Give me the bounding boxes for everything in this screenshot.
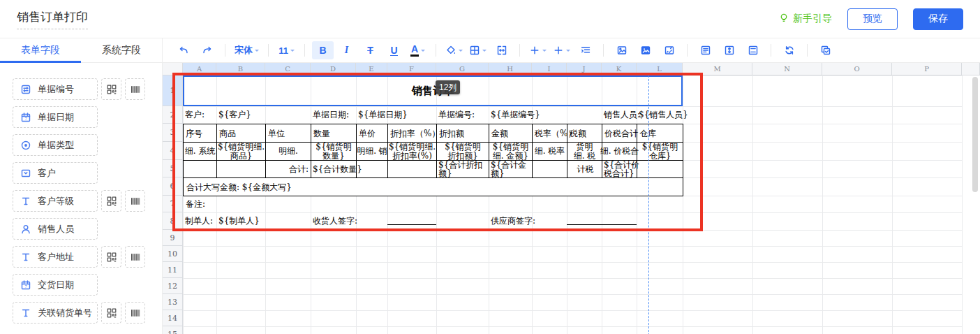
row-header-15[interactable]: 15: [163, 326, 183, 334]
refresh-button[interactable]: [778, 41, 800, 59]
field-label: 关联销货单号: [38, 307, 92, 319]
column-count-tooltip: 12列: [436, 80, 460, 94]
field-单据日期[interactable]: 7单据日期: [13, 106, 98, 128]
text-align-button[interactable]: [695, 41, 716, 59]
barcode-field-button[interactable]: [125, 302, 145, 324]
qrcode-field-button[interactable]: [101, 190, 121, 212]
chevron-down-icon: [290, 50, 295, 54]
insert-image-button[interactable]: [611, 41, 632, 59]
row-header-11[interactable]: 11: [163, 262, 183, 278]
row-header-13[interactable]: 13: [163, 294, 183, 310]
row-height-button[interactable]: [718, 41, 740, 59]
insert-column-button[interactable]: [551, 41, 572, 59]
bold-button[interactable]: B: [312, 41, 334, 59]
save-button[interactable]: 保存: [913, 8, 963, 30]
text-align-icon: [700, 45, 711, 56]
chevron-down-icon: [459, 50, 463, 54]
tab-form-fields[interactable]: 表单字段: [0, 38, 81, 62]
detail-rows-button[interactable]: [574, 41, 596, 59]
detail-rows-icon: [580, 45, 591, 56]
insert-row-button[interactable]: [527, 41, 549, 59]
radio-icon: [20, 140, 31, 151]
font-color-button[interactable]: A: [407, 41, 429, 59]
grid-line: [892, 75, 893, 334]
undo-icon[interactable]: [172, 41, 194, 59]
fill-color-button[interactable]: [443, 41, 465, 59]
barcode-field-button[interactable]: [125, 246, 145, 268]
row-header-12[interactable]: 12: [163, 278, 183, 294]
font-family-select[interactable]: 宋体: [232, 41, 261, 59]
field-label: 客户: [38, 167, 56, 180]
insert-row-icon: [529, 45, 540, 56]
toolbar-divider: [268, 44, 269, 57]
field-单据类型[interactable]: 单据类型: [13, 134, 98, 156]
grid-line: [183, 278, 962, 279]
field-关联销货单号[interactable]: 关联销货单号: [13, 302, 98, 324]
page-title[interactable]: 销售订单打印: [17, 9, 88, 29]
strikethrough-button[interactable]: T: [359, 41, 381, 59]
column-header-N[interactable]: N: [752, 63, 822, 75]
text-icon: [20, 252, 31, 263]
merge-cells-button[interactable]: [491, 41, 512, 59]
preview-button[interactable]: 预览: [847, 8, 898, 30]
refresh-icon: [784, 45, 795, 56]
underline-button[interactable]: U: [383, 41, 405, 59]
field-label: 单据类型: [38, 139, 74, 152]
row-header-10[interactable]: 10: [163, 246, 183, 262]
page-header: 销售订单打印 新手引导 预览 保存: [0, 0, 980, 38]
grid-line: [183, 246, 962, 247]
qrcode-field-button[interactable]: [101, 246, 121, 268]
lightbulb-icon: [778, 13, 789, 26]
qrcode-field-button[interactable]: [101, 302, 121, 324]
field-item-row: 销售人员: [13, 218, 162, 240]
font-size-select[interactable]: 11: [276, 41, 297, 59]
field-item-row: 单据编号: [13, 78, 162, 100]
field-单据编号[interactable]: 单据编号: [13, 78, 98, 100]
insert-column-icon: [553, 45, 564, 56]
field-客户地址[interactable]: 客户地址: [13, 246, 98, 268]
column-header-filler: [962, 63, 980, 75]
watermark-button[interactable]: [658, 41, 680, 59]
italic-button[interactable]: I: [336, 41, 357, 59]
field-客户等级[interactable]: 客户等级: [13, 190, 98, 212]
spreadsheet-canvas[interactable]: ABCDEFGHIJKLMNOP123456789101112131415客户:…: [163, 63, 980, 334]
toolbar-divider: [807, 44, 808, 57]
insert-image-icon: [616, 45, 628, 56]
field-交货日期[interactable]: 7交货日期: [13, 274, 98, 296]
row-header-14[interactable]: 14: [163, 310, 183, 326]
toolbar-divider: [225, 44, 225, 57]
serial-icon: [20, 84, 31, 95]
background-image-button[interactable]: [634, 41, 656, 59]
field-销售人员[interactable]: 销售人员: [13, 218, 98, 240]
field-客户[interactable]: 客户: [13, 162, 98, 184]
toolbar-divider: [519, 44, 520, 57]
field-item-row: 7单据日期: [13, 106, 162, 128]
qrcode-field-button[interactable]: [101, 78, 121, 100]
field-item-row: 关联销货单号: [13, 302, 162, 324]
barcode-field-button[interactable]: [125, 78, 145, 100]
merge-cells-icon: [496, 45, 507, 56]
column-header-P[interactable]: P: [892, 63, 962, 75]
text-icon: [20, 307, 31, 319]
col-width-button[interactable]: [742, 41, 764, 59]
field-item-row: 单据类型: [13, 134, 162, 156]
toolbar-divider: [771, 44, 771, 57]
beginner-guide-link[interactable]: 新手引导: [778, 13, 832, 26]
tab-system-fields[interactable]: 系统字段: [81, 38, 162, 62]
paste-style-button[interactable]: [815, 41, 836, 59]
tab-toolbar-strip: 表单字段 系统字段 宋体11BITUA: [0, 38, 980, 63]
undo-icon-icon: [178, 45, 189, 56]
column-header-O[interactable]: O: [822, 63, 892, 75]
row-header-9[interactable]: 9: [163, 230, 183, 246]
redo-icon[interactable]: [196, 41, 218, 59]
barcode-field-button[interactable]: [125, 190, 145, 212]
border-button[interactable]: [467, 41, 489, 59]
field-label: 单据日期: [38, 111, 74, 124]
vertical-scrollbar[interactable]: [972, 77, 978, 192]
field-label: 单据编号: [38, 83, 74, 96]
select-icon: [20, 168, 31, 179]
svg-text:7: 7: [24, 116, 27, 121]
text-icon: [20, 196, 31, 207]
chevron-down-icon: [255, 50, 259, 54]
field-item-row: 7交货日期: [13, 274, 162, 296]
